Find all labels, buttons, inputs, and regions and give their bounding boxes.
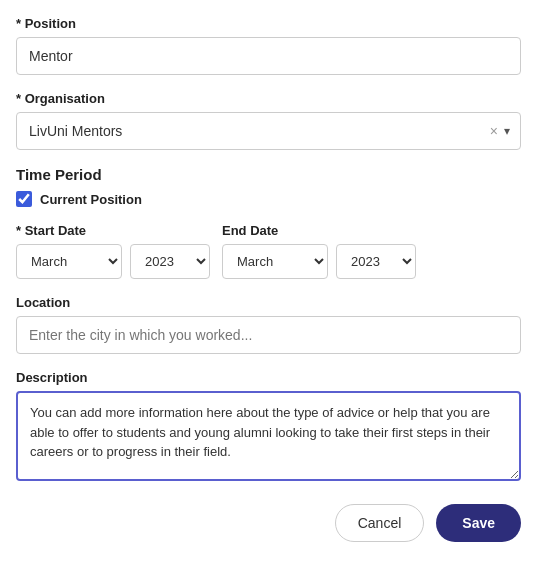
save-button[interactable]: Save	[436, 504, 521, 542]
organisation-label: * Organisation	[16, 91, 521, 106]
time-period-title: Time Period	[16, 166, 521, 183]
end-month-select[interactable]: January February March April May June Ju…	[222, 244, 328, 279]
start-date-selects: January February March April May June Ju…	[16, 244, 210, 279]
end-date-label: End Date	[222, 223, 416, 238]
cancel-button[interactable]: Cancel	[335, 504, 425, 542]
start-month-select[interactable]: January February March April May June Ju…	[16, 244, 122, 279]
location-label: Location	[16, 295, 521, 310]
start-date-label: * Start Date	[16, 223, 210, 238]
description-textarea[interactable]: You can add more information here about …	[16, 391, 521, 481]
description-group: Description You can add more information…	[16, 370, 521, 484]
org-clear-icon[interactable]: ×	[486, 123, 502, 139]
current-position-row: Current Position	[16, 191, 521, 207]
time-period-group: Time Period Current Position	[16, 166, 521, 207]
location-input[interactable]	[16, 316, 521, 354]
description-label: Description	[16, 370, 521, 385]
organisation-dropdown[interactable]: LivUni Mentors × ▾	[16, 112, 521, 150]
organisation-group: * Organisation LivUni Mentors × ▾	[16, 91, 521, 150]
org-arrow-icon[interactable]: ▾	[502, 124, 512, 138]
end-date-group: End Date January February March April Ma…	[222, 223, 416, 279]
date-row: * Start Date January February March Apri…	[16, 223, 521, 279]
position-label: * Position	[16, 16, 521, 31]
start-year-select[interactable]: 2020 2021 2022 2023 2024	[130, 244, 210, 279]
location-group: Location	[16, 295, 521, 354]
end-year-select[interactable]: 2020 2021 2022 2023 2024	[336, 244, 416, 279]
current-position-label[interactable]: Current Position	[40, 192, 142, 207]
current-position-checkbox[interactable]	[16, 191, 32, 207]
organisation-value: LivUni Mentors	[25, 113, 486, 149]
end-date-selects: January February March April May June Ju…	[222, 244, 416, 279]
start-date-group: * Start Date January February March Apri…	[16, 223, 210, 279]
button-row: Cancel Save	[16, 504, 521, 542]
position-group: * Position	[16, 16, 521, 75]
position-input[interactable]	[16, 37, 521, 75]
